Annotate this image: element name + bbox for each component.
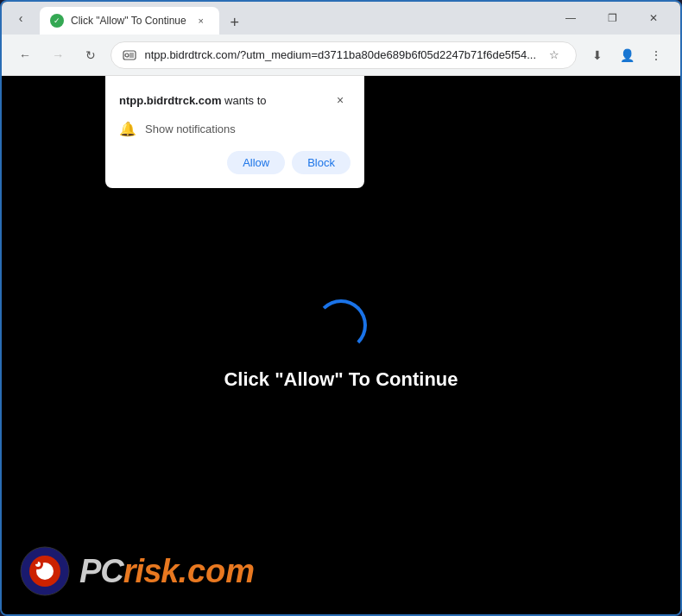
- popup-buttons: Allow Block: [119, 151, 350, 174]
- svg-point-10: [35, 561, 38, 564]
- pcrisk-logo-icon: [19, 545, 71, 597]
- tab-bar: ✓ Click "Allow" To Continue × +: [40, 2, 547, 35]
- allow-button[interactable]: Allow: [227, 151, 285, 174]
- refresh-button[interactable]: ↻: [78, 41, 104, 69]
- popup-site-name: ntpp.bidrdtrck.com: [119, 94, 221, 107]
- tab-close-button[interactable]: ×: [193, 13, 209, 28]
- url-bar[interactable]: ntpp.bidrdtrck.com/?utm_medium=d3711ba80…: [111, 41, 577, 69]
- pcrisk-watermark: PCrisk.com: [19, 545, 255, 597]
- back-button[interactable]: ←: [12, 41, 38, 69]
- tab-back-btn[interactable]: ‹: [9, 6, 33, 30]
- tab-title: Click "Allow" To Continue: [71, 15, 186, 27]
- url-text: ntpp.bidrdtrck.com/?utm_medium=d3711ba80…: [144, 48, 536, 61]
- browser-content: Click "Allow" To Continue ntpp.bidrdtrck…: [2, 76, 680, 614]
- svg-point-1: [125, 53, 129, 57]
- forward-button[interactable]: →: [45, 41, 71, 69]
- new-tab-button[interactable]: +: [223, 10, 247, 35]
- profile-button[interactable]: 👤: [613, 41, 641, 69]
- popup-notification-label: Show notifications: [145, 123, 236, 135]
- permission-popup: ntpp.bidrdtrck.com wants to × 🔔 Show not…: [105, 76, 364, 188]
- active-tab[interactable]: ✓ Click "Allow" To Continue ×: [40, 7, 219, 35]
- bell-icon: 🔔: [119, 121, 136, 137]
- popup-notification-row: 🔔 Show notifications: [119, 121, 350, 137]
- pcrisk-brand-text: PCrisk.com: [79, 553, 255, 590]
- popup-title: ntpp.bidrdtrck.com wants to: [119, 94, 267, 107]
- site-info-icon[interactable]: [122, 47, 137, 63]
- bookmark-button[interactable]: ☆: [543, 44, 565, 66]
- toolbar-actions: ⬇ 👤 ⋮: [584, 41, 670, 69]
- download-button[interactable]: ⬇: [584, 41, 611, 69]
- maximize-button[interactable]: ❐: [592, 4, 632, 32]
- minimize-button[interactable]: —: [551, 4, 590, 32]
- window-controls: — ❐ ✕: [551, 4, 673, 32]
- tab-favicon: ✓: [50, 14, 64, 28]
- browser-window: ‹ ✓ Click "Allow" To Continue × + — ❐ ✕ …: [0, 0, 682, 616]
- title-bar: ‹ ✓ Click "Allow" To Continue × + — ❐ ✕: [2, 2, 680, 35]
- popup-close-button[interactable]: ×: [330, 90, 350, 110]
- popup-header: ntpp.bidrdtrck.com wants to ×: [119, 90, 350, 110]
- loading-spinner: [315, 299, 367, 351]
- page-main-text: Click "Allow" To Continue: [224, 368, 458, 391]
- url-actions: ☆: [543, 44, 565, 66]
- popup-wants-to: wants to: [224, 94, 266, 107]
- block-button[interactable]: Block: [292, 151, 350, 174]
- menu-button[interactable]: ⋮: [642, 41, 670, 69]
- close-button[interactable]: ✕: [634, 4, 673, 32]
- address-bar: ← → ↻ ntpp.bidrdtrck.com/?utm_medium=d37…: [2, 35, 680, 76]
